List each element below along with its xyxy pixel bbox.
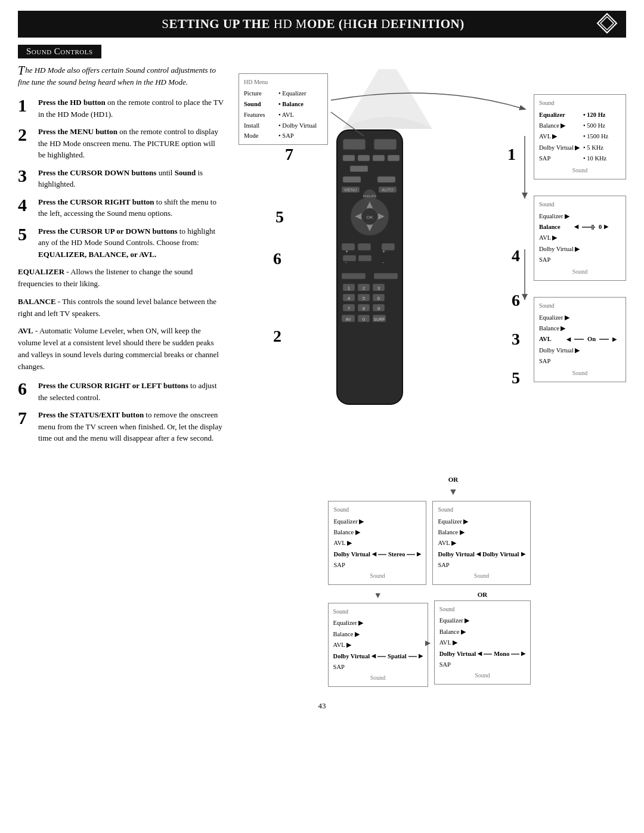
avl-label-eq: Equalizer ▶ [539, 312, 569, 323]
step-1: 1 Press the HD button on the remote cont… [18, 97, 224, 120]
eq-label-sap: SAP [539, 153, 581, 164]
avl-label-bal: Balance ▶ [539, 323, 565, 334]
mo-row-avl: AVL ▶ [439, 637, 526, 648]
step-7-text: Press the STATUS/EXIT button to remove t… [38, 409, 224, 444]
step-bubble-7: 7 [285, 145, 293, 164]
svg-text:AUTO: AUTO [382, 188, 394, 192]
hd-menu-title: HD Menu [244, 77, 323, 87]
svg-text:9: 9 [377, 306, 380, 311]
drop-cap-T: T [18, 64, 24, 76]
svg-text:+: + [345, 249, 348, 255]
sound-avl-box: Sound Equalizer ▶ Balance ▶ AVL ◀ On ▶ D… [534, 297, 626, 382]
svg-text:8: 8 [363, 306, 366, 311]
diagram-top-area: HD Menu Picture • Equalizer Sound • Bala… [233, 64, 626, 470]
eq-val-5k: • 5 KHz [583, 143, 603, 153]
sp-row-eq: Equalizer ▶ [333, 618, 423, 628]
sp-row-dolby: Dolby Virtual ◀ Spatial ▶ [333, 651, 423, 662]
svg-text:PHILIPS: PHILIPS [363, 194, 376, 198]
ds-arrow-left: ◀ [372, 550, 376, 559]
dv-label-dolby: Dolby Virtual [438, 549, 475, 560]
dolby-virtual-box: Sound Equalizer ▶ Balance ▶ AVL ▶ Dolby … [432, 501, 530, 585]
step-7-number: 7 [18, 409, 35, 444]
ds-value: Stereo [388, 549, 405, 560]
step-bubble-2: 2 [273, 327, 281, 346]
eq-label-bal: Balance ▶ [539, 120, 581, 131]
dv-row-dolby: Dolby Virtual ◀ Dolby Virtual ▶ [438, 549, 525, 560]
page-number: 43 [0, 701, 644, 711]
hd-row-features-value: • AVL [278, 110, 294, 120]
svg-text:OK: OK [366, 215, 373, 220]
hd-row-mode-value: • SAP [278, 131, 294, 141]
bal-row-balance: Balance ◀ 0 ▶ [539, 222, 621, 233]
sp-label-dolby: Dolby Virtual [333, 651, 370, 662]
step-3-text: Press the CURSOR DOWN buttons until Soun… [38, 167, 224, 190]
step-5: 5 Press the CURSOR UP or DOWN buttons to… [18, 225, 224, 261]
mo-title: Sound [439, 604, 526, 615]
svg-text:-: - [382, 259, 384, 265]
svg-rect-11 [343, 176, 361, 182]
dv-row-eq: Equalizer ▶ [438, 516, 525, 527]
dolby-spatial-box: Sound Equalizer ▶ Balance ▶ AVL ▶ Dolby … [328, 603, 428, 687]
svg-text:0: 0 [363, 317, 366, 322]
step-5-text: Press the CURSOR UP or DOWN buttons to h… [38, 225, 224, 261]
avl-value: On [587, 334, 596, 345]
svg-text:2: 2 [363, 286, 366, 291]
svg-rect-30 [374, 273, 398, 279]
arrow-down-2: ▼ [374, 591, 382, 600]
ds-label-dolby: Dolby Virtual [333, 549, 370, 560]
hd-menu-row-features: Features • AVL [244, 110, 323, 120]
svg-rect-6 [343, 155, 355, 161]
step-6: 6 Press the CURSOR RIGHT or LEFT buttons… [18, 380, 224, 403]
step-6-text: Press the CURSOR RIGHT or LEFT buttons t… [38, 380, 224, 403]
remote-control: OK + - + - [325, 118, 414, 416]
svg-rect-10 [350, 166, 368, 172]
step-4-number: 4 [18, 196, 35, 219]
step-bubble-4: 4 [512, 246, 520, 265]
svg-rect-5 [374, 139, 397, 150]
bal-row-dolby: Dolby Virtual ▶ [539, 244, 621, 255]
svg-rect-9 [388, 155, 400, 161]
ds-row-avl: AVL ▶ [333, 538, 421, 549]
hd-menu-row-install: Install • Dolby Virtual [244, 120, 323, 131]
dolby-stereo-box: Sound Equalizer ▶ Balance ▶ AVL ▶ Dolby … [328, 501, 426, 585]
section-title-bar: Sound Controls [18, 45, 101, 58]
sound-balance-box: Sound Equalizer ▶ Balance ◀ 0 ▶ AVL ▶ [534, 196, 626, 281]
dv-row-sap: SAP [438, 560, 525, 571]
eq-row-equalizer: Equalizer • 120 Hz [539, 110, 621, 120]
hd-menu-row-mode: Mode • SAP [244, 131, 323, 141]
bal-arrow-right: ▶ [604, 222, 608, 232]
hd-menu-box: HD Menu Picture • Equalizer Sound • Bala… [239, 73, 328, 145]
dv-arrow-left: ◀ [476, 550, 481, 559]
main-layout: The HD Mode also offers certain Sound co… [18, 64, 626, 687]
diagram-column: HD Menu Picture • Equalizer Sound • Bala… [233, 64, 626, 687]
svg-text:AV: AV [346, 317, 351, 321]
hd-menu-row-picture: Picture • Equalizer [244, 88, 323, 99]
ds-footer: Sound [333, 571, 421, 581]
step-bubble-5: 5 [275, 208, 284, 227]
sound-eq-title: Sound [539, 98, 621, 109]
step-2: 2 Press the MENU button on the remote co… [18, 126, 224, 161]
dv-value: Dolby Virtual [482, 549, 519, 560]
svg-text:+: + [382, 249, 385, 255]
step-bubble-5b: 5 [512, 368, 520, 388]
bal-label-sap: SAP [539, 255, 581, 265]
page-header: SETTING UP THE HD MODE (HIGH DEFINITION) [18, 11, 626, 38]
avl-label-sap: SAP [539, 356, 550, 367]
bal-label-eq: Equalizer ▶ [539, 211, 581, 222]
hd-row-features-label: Features [244, 110, 275, 120]
avl-row-eq: Equalizer ▶ [539, 312, 621, 323]
svg-rect-7 [358, 155, 370, 161]
dv-title: Sound [438, 504, 525, 515]
bal-footer: Sound [539, 267, 621, 277]
sp-row-sap: SAP [333, 662, 423, 673]
svg-rect-4 [343, 139, 366, 150]
hd-menu-row-sound: Sound • Balance [244, 99, 323, 110]
sp-title: Sound [333, 606, 423, 617]
dv-row-bal: Balance ▶ [438, 527, 525, 538]
bal-row-avl: AVL ▶ [539, 233, 621, 243]
avl-label-dolby: Dolby Virtual ▶ [539, 345, 580, 356]
eq-row-dolby: Dolby Virtual ▶ • 5 KHz [539, 143, 621, 153]
hd-row-install-label: Install [244, 120, 275, 131]
step-bubble-1: 1 [507, 145, 516, 164]
sp-value: Spatial [388, 651, 407, 662]
